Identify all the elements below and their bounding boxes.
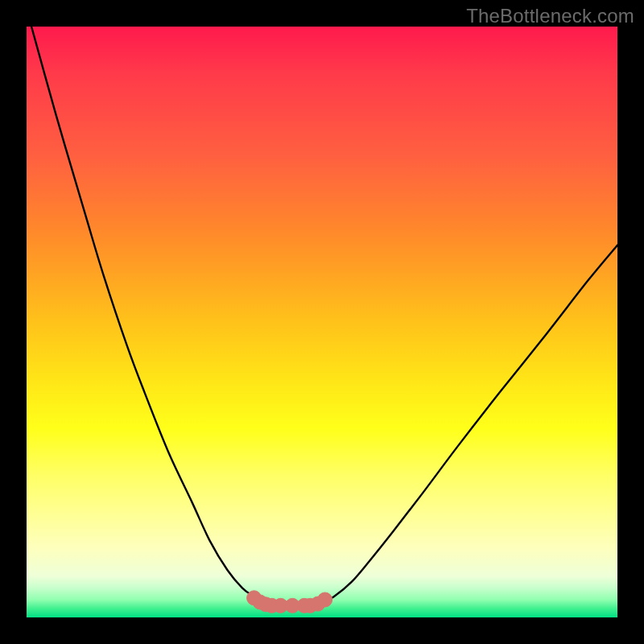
curve-line [310, 246, 617, 606]
curve-line [27, 27, 275, 606]
chart-frame: TheBottleneck.com [0, 0, 644, 644]
bottleneck-curve [27, 27, 617, 617]
watermark-text: TheBottleneck.com [466, 5, 634, 27]
plot-area [27, 27, 617, 617]
curve-marker [318, 592, 332, 607]
